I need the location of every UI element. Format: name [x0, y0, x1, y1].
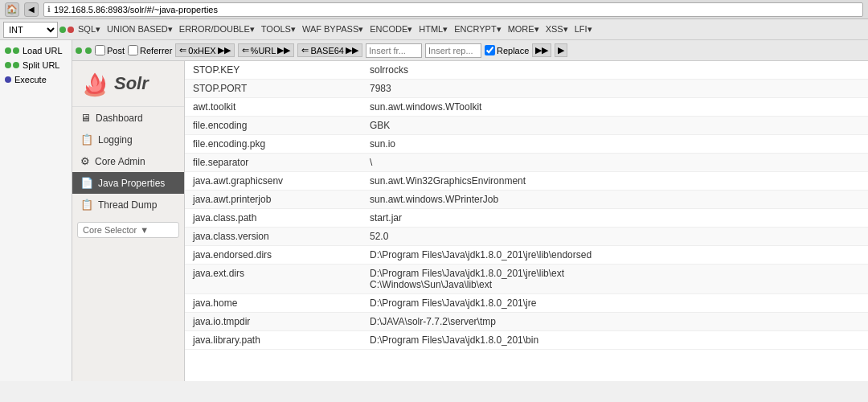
prop-key: java.library.path: [185, 331, 362, 350]
tools-menu[interactable]: TOOLS▾: [259, 23, 298, 35]
table-row: java.awt.graphicsenvsun.awt.Win32Graphic…: [185, 172, 868, 191]
prop-value: sun.awt.Win32GraphicsEnvironment: [362, 172, 868, 191]
table-row: java.ext.dirsD:\Program Files\Java\jdk1.…: [185, 265, 868, 294]
hex-arrow: ▶▶: [218, 45, 231, 55]
java-properties-icon: 📄: [80, 177, 93, 189]
base64-label: BASE64: [310, 46, 344, 55]
prop-key: java.awt.printerjob: [185, 191, 362, 209]
post-label: Post: [107, 46, 125, 55]
table-row: java.awt.printerjobsun.awt.windows.WPrin…: [185, 191, 868, 209]
dashboard-icon: 🖥: [80, 112, 91, 124]
replace-checkbox-label[interactable]: Replace: [485, 45, 529, 55]
url-bar[interactable]: ℹ 192.168.5.86:8983/solr/#/~java-propert…: [43, 2, 863, 17]
nav-thread-dump[interactable]: 📋 Thread Dump: [72, 194, 184, 215]
referrer-label: Referrer: [140, 46, 172, 55]
nav-core-admin-label: Core Admin: [95, 156, 145, 167]
hex-encode-btn[interactable]: ⇐ 0xHEX ▶▶: [175, 43, 234, 57]
prop-key: java.endorsed.dirs: [185, 246, 362, 265]
dot-green-2b: [85, 47, 92, 54]
dot-red-1: [68, 27, 74, 33]
core-selector[interactable]: Core Selector ▼: [77, 222, 179, 238]
html-menu[interactable]: HTML▾: [416, 23, 450, 35]
prop-value: D:\Program Files\Java\jdk1.8.0_201\jre: [362, 294, 868, 313]
insert-from-field[interactable]: [366, 43, 422, 58]
url-arrow: ▶▶: [277, 45, 290, 55]
prop-value: D:\Program Files\Java\jdk1.8.0_201\jre\l…: [362, 246, 868, 265]
execute-label: Execute: [14, 75, 47, 84]
table-row: file.encoding.pkgsun.io: [185, 135, 868, 154]
post-checkbox[interactable]: [95, 45, 105, 55]
prop-key: file.encoding.pkg: [185, 135, 362, 154]
encode-menu[interactable]: ENCODE▾: [367, 23, 415, 35]
replace-checkbox[interactable]: [485, 45, 495, 55]
thread-dump-icon: 📋: [80, 199, 93, 211]
load-url-item[interactable]: Load URL: [0, 43, 72, 58]
insert-rep-field[interactable]: [425, 43, 481, 58]
sql-menu[interactable]: SQL▾: [76, 23, 103, 35]
prop-value: sun.awt.windows.WPrinterJob: [362, 191, 868, 209]
table-row: java.homeD:\Program Files\Java\jdk1.8.0_…: [185, 294, 868, 313]
solr-logo-icon: [80, 69, 109, 98]
prop-value: D:\Program Files\Java\jdk1.8.0_201\jre\l…: [362, 265, 868, 294]
load-url-dot-green: [5, 47, 11, 54]
encrypt-menu[interactable]: ENCRYPT▾: [452, 23, 503, 35]
extra-arrow-btn[interactable]: ▶: [555, 43, 567, 57]
prop-key: java.class.version: [185, 228, 362, 246]
prop-value: 7983: [362, 80, 868, 98]
split-url-dot-green2: [13, 62, 19, 68]
lfi-menu[interactable]: LFI▾: [572, 23, 595, 35]
prop-value: \: [362, 154, 868, 172]
prop-key: file.encoding: [185, 117, 362, 135]
table-row: java.class.version52.0: [185, 228, 868, 246]
execute-item[interactable]: Execute: [0, 72, 72, 87]
logging-icon: 📋: [80, 133, 93, 146]
type-select[interactable]: INT STRING: [3, 22, 58, 38]
url-encode-btn[interactable]: ⇐ %URL ▶▶: [238, 43, 295, 57]
prop-key: awt.toolkit: [185, 98, 362, 117]
waf-bypass-menu[interactable]: WAF BYPASS▾: [300, 23, 366, 35]
prop-value: GBK: [362, 117, 868, 135]
referrer-checkbox[interactable]: [128, 45, 138, 55]
prop-value: solrrocks: [362, 61, 868, 80]
prop-value: sun.io: [362, 135, 868, 154]
xss-menu[interactable]: XSS▾: [543, 23, 571, 35]
base64-encode-btn[interactable]: ⇐ BASE64 ▶▶: [297, 43, 362, 57]
post-checkbox-label[interactable]: Post: [95, 45, 125, 55]
nav-java-properties-label: Java Properties: [98, 178, 165, 189]
prop-key: java.io.tmpdir: [185, 313, 362, 331]
core-selector-label: Core Selector: [83, 225, 137, 235]
union-based-menu[interactable]: UNION BASED▾: [104, 23, 175, 35]
split-url-label: Split URL: [23, 60, 59, 70]
table-row: STOP.PORT7983: [185, 80, 868, 98]
prop-value: 52.0: [362, 228, 868, 246]
table-row: java.endorsed.dirsD:\Program Files\Java\…: [185, 246, 868, 265]
hex-label: 0xHEX: [188, 46, 215, 55]
replace-arrow-btn[interactable]: ▶▶: [532, 43, 551, 57]
table-row: java.library.pathD:\Program Files\Java\j…: [185, 331, 868, 350]
home-button[interactable]: 🏠: [5, 2, 19, 17]
prop-key: java.class.path: [185, 209, 362, 228]
main-content: STOP.KEYsolrrocksSTOP.PORT7983awt.toolki…: [185, 61, 868, 381]
referrer-checkbox-label[interactable]: Referrer: [128, 45, 172, 55]
url-encode-icon: ⇐: [242, 45, 249, 55]
table-row: java.class.pathstart.jar: [185, 209, 868, 228]
prop-key: STOP.KEY: [185, 61, 362, 80]
error-double-menu[interactable]: ERROR/DOUBLE▾: [177, 23, 257, 35]
table-row: file.separator\: [185, 154, 868, 172]
more-menu[interactable]: MORE▾: [506, 23, 542, 35]
nav-logging[interactable]: 📋 Logging: [72, 129, 184, 150]
back-button[interactable]: ◀: [24, 2, 39, 17]
split-url-item[interactable]: Split URL: [0, 58, 72, 72]
prop-key: java.home: [185, 294, 362, 313]
table-row: STOP.KEYsolrrocks: [185, 61, 868, 80]
table-row: awt.toolkitsun.awt.windows.WToolkit: [185, 98, 868, 117]
load-url-dot-green2: [13, 47, 19, 54]
nav-dashboard[interactable]: 🖥 Dashboard: [72, 107, 184, 129]
core-admin-icon: ⚙: [80, 155, 90, 167]
nav-java-properties[interactable]: 📄 Java Properties: [72, 172, 184, 194]
prop-value: D:\JAVA\solr-7.7.2\server\tmp: [362, 313, 868, 331]
core-selector-arrow: ▼: [140, 225, 149, 235]
nav-core-admin[interactable]: ⚙ Core Admin: [72, 150, 184, 172]
url-label: %URL: [251, 46, 276, 55]
toolbar-row-1: INT STRING SQL▾ UNION BASED▾ ERROR/DOUBL…: [0, 19, 868, 40]
